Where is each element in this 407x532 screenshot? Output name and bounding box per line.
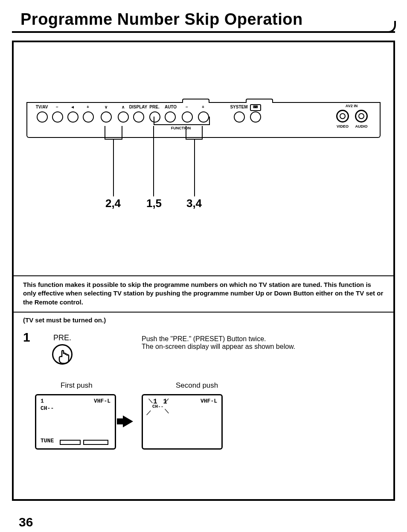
panel-button — [234, 111, 245, 123]
panel-btn-label: DISPLAY — [129, 105, 147, 109]
lead-line — [186, 126, 186, 139]
panel-btn-label: ∧ — [122, 105, 125, 109]
function-bracket — [154, 117, 210, 125]
step-number: 1 — [23, 330, 30, 345]
callout-right: 3,4 — [186, 197, 202, 210]
video-jack — [336, 110, 349, 123]
audio-jack — [355, 110, 368, 123]
panel-btn-label: AUTO — [165, 105, 177, 109]
osd-screen-1: 1 VHF-L CH-- TUNE — [35, 394, 116, 450]
lead-line — [113, 139, 114, 196]
lead-line — [202, 126, 203, 139]
step-text-line2: The on-screen display will appear as sho… — [142, 343, 384, 351]
osd2-band: VHF-L — [201, 398, 217, 414]
lead-line — [153, 126, 154, 196]
step-instruction: Push the "PRE." (PRESET) Button twice. T… — [142, 335, 384, 351]
panel-btn-label: + — [87, 105, 89, 109]
osd1-ch: CH-- — [41, 405, 110, 412]
tv-on-note: (TV set must be turned on.) — [23, 316, 384, 324]
panel-button — [250, 111, 261, 123]
title-bar: Programme Number Skip Operation — [12, 9, 395, 33]
first-push-label: First push — [61, 381, 93, 390]
panel-notch — [182, 99, 209, 103]
description-block: This function makes it possible to skip … — [14, 275, 393, 313]
callout-mid: 1,5 — [146, 197, 162, 210]
panel-notch — [246, 99, 273, 103]
panel-btn-label: PRE. — [149, 105, 159, 109]
osd1-prog: 1 — [41, 398, 44, 404]
speaker-icon: ◄ — [70, 105, 75, 109]
panel-btn-label: + — [202, 105, 204, 109]
callout-left: 2,4 — [105, 197, 121, 210]
tune-bar — [83, 440, 108, 445]
panel-btn-label: − — [56, 105, 58, 109]
osd1-tune: TUNE — [41, 438, 54, 444]
tv-front-panel: TV/AV − ◄ + ∨ ∧ DISPLAY PRE. AUTO − + SY… — [26, 102, 381, 138]
flashing-ch-icon: 1 1 CH-- ＼ ／ ／ ＼ — [147, 398, 169, 414]
panel-button — [118, 111, 129, 123]
step-text-line1: Push the "PRE." (PRESET) Button twice. — [142, 335, 384, 343]
pre-button-illustration: PRE. — [52, 333, 73, 365]
function-label: FUNCTION — [171, 126, 191, 130]
hand-icon — [56, 348, 73, 365]
panel-btn-label: SYSTEM — [230, 105, 247, 109]
panel-button — [133, 111, 144, 123]
second-push-label: Second push — [176, 381, 218, 390]
description-text: This function makes it possible to skip … — [23, 281, 383, 306]
panel-btn-label: − — [186, 105, 188, 109]
page-title: Programme Number Skip Operation — [20, 10, 387, 29]
osd-screen-2: 1 1 CH-- ＼ ／ ／ ＼ VHF-L — [142, 394, 223, 450]
panel-button — [67, 111, 78, 123]
main-frame: TV/AV − ◄ + ∨ ∧ DISPLAY PRE. AUTO − + SY… — [12, 41, 395, 501]
jack-label: AUDIO — [355, 124, 368, 129]
lead-line — [105, 126, 105, 139]
panel-button — [83, 111, 94, 123]
jack-label: VIDEO — [337, 124, 349, 129]
av2-label: AV2 IN — [346, 104, 358, 108]
panel-button — [37, 111, 48, 123]
pre-label: PRE. — [52, 333, 73, 342]
panel-btn-label: TV/AV — [36, 105, 48, 109]
pre-button-icon — [52, 344, 73, 365]
panel-button — [101, 111, 112, 123]
lead-line — [194, 139, 195, 196]
tune-bar — [60, 440, 81, 445]
arrow-right-icon — [123, 415, 133, 427]
page-number: 36 — [19, 515, 33, 529]
step-1: (TV set must be turned on.) 1 PRE. Push … — [14, 313, 393, 499]
panel-button — [52, 111, 63, 123]
system-icon: ⌨ — [250, 104, 261, 111]
lead-line — [122, 126, 122, 139]
panel-btn-label: ∨ — [105, 105, 108, 109]
osd1-band: VHF-L — [94, 398, 110, 404]
